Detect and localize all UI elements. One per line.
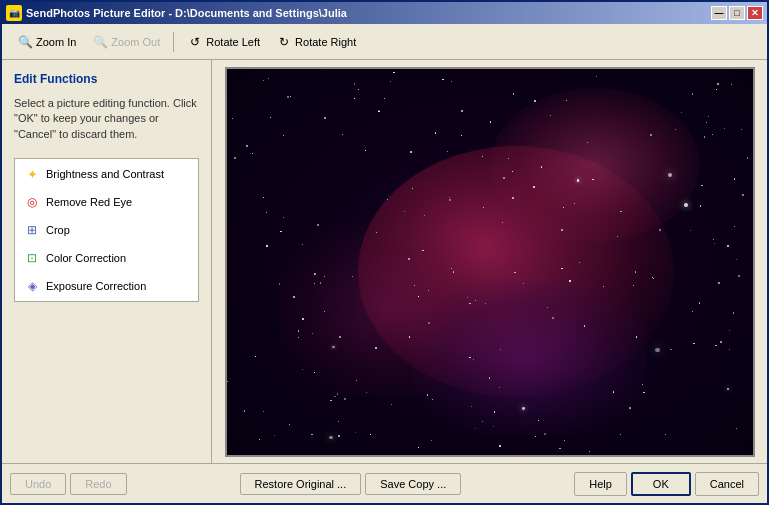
star (577, 179, 579, 181)
star (384, 98, 385, 99)
star (633, 285, 634, 286)
cancel-button[interactable]: Cancel (695, 472, 759, 496)
star (312, 333, 313, 334)
star (668, 173, 672, 177)
star (376, 232, 377, 233)
star (712, 134, 713, 135)
star (731, 84, 732, 85)
edit-function-item-color[interactable]: ⊡Color Correction (17, 245, 196, 271)
star (684, 203, 687, 206)
star (502, 222, 503, 223)
image-panel (212, 60, 767, 463)
close-button[interactable]: ✕ (747, 6, 763, 20)
star (298, 337, 299, 338)
star (354, 98, 355, 99)
panel-title: Edit Functions (14, 72, 199, 86)
star (742, 194, 744, 196)
zoom-out-icon: 🔍 (92, 34, 108, 50)
star (655, 348, 660, 353)
star (375, 347, 377, 349)
star (266, 245, 268, 247)
star (522, 407, 525, 410)
star (227, 381, 228, 382)
redeye-label: Remove Red Eye (46, 196, 132, 208)
star (693, 343, 694, 344)
star (741, 129, 742, 130)
star (724, 128, 725, 129)
star (418, 447, 419, 448)
star (344, 398, 346, 400)
left-panel: Edit Functions Select a picture editing … (2, 60, 212, 463)
color-icon: ⊡ (24, 250, 40, 266)
star (461, 135, 462, 136)
star (494, 411, 495, 412)
star (431, 440, 432, 441)
star (469, 357, 470, 358)
star (535, 436, 536, 437)
star (314, 274, 315, 275)
edit-function-item-redeye[interactable]: ◎Remove Red Eye (17, 189, 196, 215)
star-image (227, 69, 753, 455)
footer-right: Help OK Cancel (574, 472, 759, 496)
star (499, 445, 500, 446)
edit-function-item-crop[interactable]: ⊞Crop (17, 217, 196, 243)
star (302, 369, 303, 370)
redo-button[interactable]: Redo (70, 473, 126, 495)
restore-original-button[interactable]: Restore Original ... (240, 473, 362, 495)
title-bar-buttons: — □ ✕ (711, 6, 763, 20)
star (302, 318, 304, 320)
rotate-right-button[interactable]: ↻ Rotate Right (269, 30, 363, 54)
ok-button[interactable]: OK (631, 472, 691, 496)
exposure-label: Exposure Correction (46, 280, 146, 292)
nebula-blob-4 (411, 281, 648, 435)
star (538, 420, 539, 421)
zoom-in-icon: 🔍 (17, 34, 33, 50)
undo-button[interactable]: Undo (10, 473, 66, 495)
star (324, 311, 325, 312)
star (324, 276, 325, 277)
zoom-in-button[interactable]: 🔍 Zoom In (10, 30, 83, 54)
star (370, 434, 371, 435)
star (503, 177, 505, 179)
star (523, 283, 524, 284)
edit-function-item-brightness[interactable]: ✦Brightness and Contrast (17, 161, 196, 187)
app-icon: 📷 (6, 5, 22, 21)
star (428, 322, 430, 324)
star (330, 400, 331, 401)
star (653, 278, 654, 279)
star (428, 290, 429, 291)
star (534, 100, 535, 101)
star (700, 205, 702, 207)
star (574, 203, 575, 204)
star (714, 243, 715, 244)
edit-function-item-exposure[interactable]: ◈Exposure Correction (17, 273, 196, 299)
rotate-right-icon: ↻ (276, 34, 292, 50)
maximize-button[interactable]: □ (729, 6, 745, 20)
star (424, 215, 425, 216)
star (717, 83, 719, 85)
star (255, 356, 256, 357)
star (715, 345, 716, 346)
star (263, 197, 264, 198)
star (365, 150, 366, 151)
star (355, 432, 356, 433)
exposure-icon: ◈ (24, 278, 40, 294)
star (533, 186, 535, 188)
star (716, 89, 717, 90)
zoom-out-label: Zoom Out (111, 36, 160, 48)
minimize-button[interactable]: — (711, 6, 727, 20)
zoom-out-button[interactable]: 🔍 Zoom Out (85, 30, 167, 54)
title-bar-left: 📷 SendPhotos Picture Editor - D:\Documen… (6, 5, 347, 21)
rotate-right-label: Rotate Right (295, 36, 356, 48)
crop-icon: ⊞ (24, 222, 40, 238)
help-button[interactable]: Help (574, 472, 627, 496)
save-copy-button[interactable]: Save Copy ... (365, 473, 461, 495)
star (338, 435, 340, 437)
star (629, 407, 631, 409)
star (718, 282, 720, 284)
rotate-left-button[interactable]: ↺ Rotate Left (180, 30, 267, 54)
star (713, 239, 714, 240)
star (352, 276, 353, 277)
star (311, 434, 312, 435)
star (337, 394, 338, 395)
